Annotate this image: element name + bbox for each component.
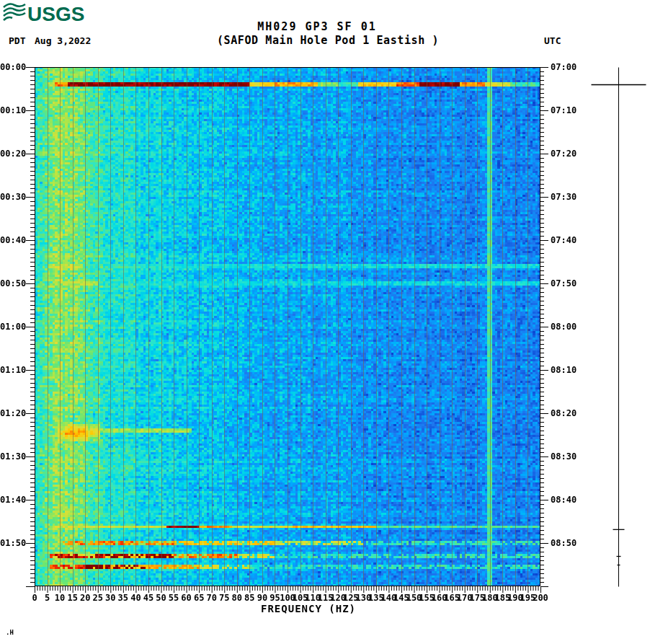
right-time-tick-label: 07:10 bbox=[551, 105, 576, 115]
left-time-tick-label: 01:30 bbox=[0, 451, 25, 462]
right-time-tick-label: 08:00 bbox=[551, 322, 576, 332]
spectrogram-page: USGS MH029 GP3 SF 01 (SAFOD Main Hole Po… bbox=[0, 0, 650, 644]
right-time-tick-label: 07:50 bbox=[551, 278, 576, 288]
left-time-tick-label: 01:40 bbox=[0, 495, 25, 505]
left-time-tick-label: 00:10 bbox=[0, 105, 25, 115]
right-time-tick-label: 08:10 bbox=[551, 365, 576, 375]
left-time-tick-label: 01:00 bbox=[0, 322, 25, 332]
right-time-tick-label: 07:40 bbox=[551, 235, 576, 245]
left-time-tick-label: 00:20 bbox=[0, 149, 25, 159]
right-time-tick-label: 08:30 bbox=[551, 451, 576, 462]
right-time-tick-label: 08:50 bbox=[551, 538, 576, 548]
right-time-tick-label: 08:20 bbox=[551, 408, 576, 418]
right-time-tick-label: 07:20 bbox=[551, 149, 576, 159]
right-time-tick-label: 07:00 bbox=[551, 62, 576, 72]
right-time-tick-label: 08:40 bbox=[551, 495, 576, 505]
left-time-tick-label: 00:40 bbox=[0, 235, 25, 245]
left-time-tick-label: 00:30 bbox=[0, 192, 25, 202]
left-time-tick-label: 01:10 bbox=[0, 365, 25, 375]
footer-mark: .H bbox=[6, 629, 14, 636]
left-time-tick-label: 00:00 bbox=[0, 62, 25, 72]
right-time-tick-label: 07:30 bbox=[551, 192, 576, 202]
left-time-tick-label: 01:50 bbox=[0, 538, 25, 548]
left-time-tick-label: 01:20 bbox=[0, 408, 25, 418]
freq-tick-label: 200 bbox=[526, 593, 555, 603]
x-axis-title: FREQUENCY (HZ) bbox=[35, 603, 582, 614]
plot-frame bbox=[35, 68, 540, 586]
left-time-tick-label: 00:50 bbox=[0, 278, 25, 288]
